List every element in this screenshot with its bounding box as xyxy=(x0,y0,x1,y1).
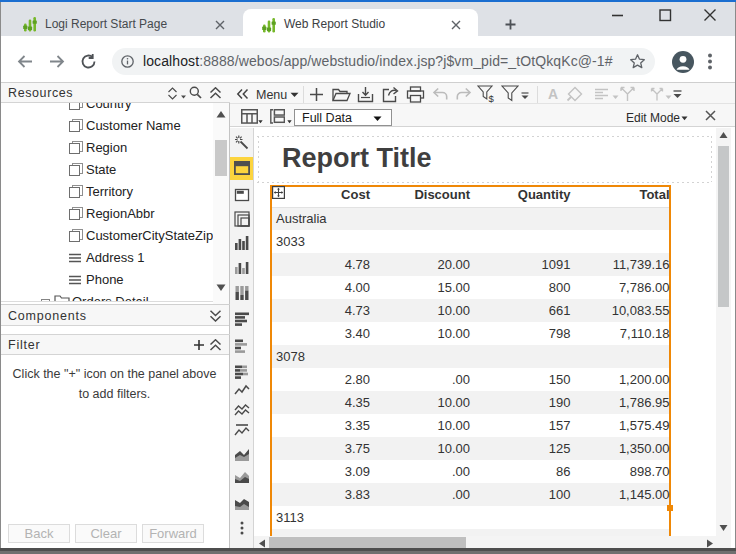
svg-text:$: $ xyxy=(489,93,495,104)
